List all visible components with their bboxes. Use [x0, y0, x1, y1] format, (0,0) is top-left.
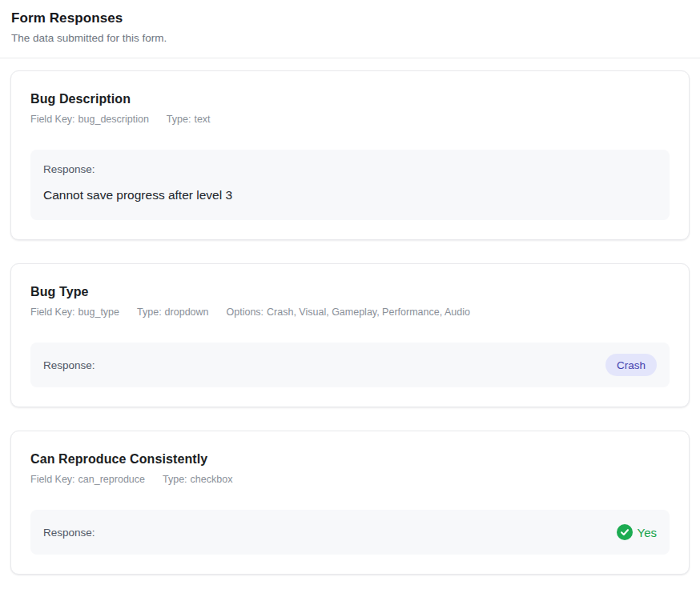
field-card-bug-description: Bug Description Field Key: bug_descripti… [10, 70, 690, 240]
field-type-value: text [194, 114, 210, 125]
field-title: Bug Type [30, 285, 670, 299]
responses-list: Bug Description Field Key: bug_descripti… [0, 58, 700, 575]
field-type-meta: Type: text [167, 114, 211, 125]
response-value: Yes [638, 526, 657, 539]
field-title: Can Reproduce Consistently [30, 452, 670, 467]
field-options-label: Options: [227, 307, 264, 318]
response-label: Response: [43, 359, 95, 371]
field-title: Bug Description [30, 92, 670, 106]
response-box: Response: Yes [30, 510, 670, 555]
response-box: Response: Cannot save progress after lev… [30, 150, 670, 220]
field-card-bug-type: Bug Type Field Key: bug_type Type: dropd… [10, 263, 690, 407]
field-type-label: Type: [163, 474, 187, 485]
response-label: Response: [43, 527, 95, 539]
field-key-value: can_reproduce [78, 474, 145, 485]
field-type-value: checkbox [191, 474, 233, 485]
page-subtitle: The data submitted for this form. [11, 32, 687, 44]
field-meta: Field Key: bug_type Type: dropdown Optio… [30, 307, 670, 318]
field-key-value: bug_type [78, 307, 119, 318]
field-type-meta: Type: checkbox [163, 474, 232, 485]
page-header: Form Responses The data submitted for th… [0, 0, 700, 58]
field-key-label: Field Key: [30, 114, 75, 125]
response-boolean: Yes [617, 524, 657, 540]
check-circle-icon [617, 524, 633, 540]
field-type-label: Type: [137, 307, 162, 318]
field-card-can-reproduce: Can Reproduce Consistently Field Key: ca… [10, 431, 690, 575]
field-options-value: Crash, Visual, Gameplay, Performance, Au… [267, 307, 470, 318]
field-type-meta: Type: dropdown [137, 307, 208, 318]
page-title: Form Responses [11, 10, 687, 26]
field-key-label: Field Key: [30, 307, 75, 318]
field-key-meta: Field Key: can_reproduce [30, 474, 145, 485]
field-type-label: Type: [167, 114, 191, 125]
field-meta: Field Key: bug_description Type: text [30, 114, 670, 125]
field-type-value: dropdown [165, 307, 209, 318]
response-label: Response: [43, 163, 657, 175]
response-badge: Crash [605, 354, 657, 377]
response-box: Response: Crash [30, 343, 670, 387]
field-key-label: Field Key: [30, 474, 75, 485]
field-key-value: bug_description [78, 114, 149, 125]
field-options-meta: Options: Crash, Visual, Gameplay, Perfor… [227, 307, 470, 318]
field-meta: Field Key: can_reproduce Type: checkbox [30, 474, 670, 485]
field-key-meta: Field Key: bug_type [30, 307, 119, 318]
response-value: Cannot save progress after level 3 [43, 188, 657, 202]
field-key-meta: Field Key: bug_description [30, 114, 149, 125]
